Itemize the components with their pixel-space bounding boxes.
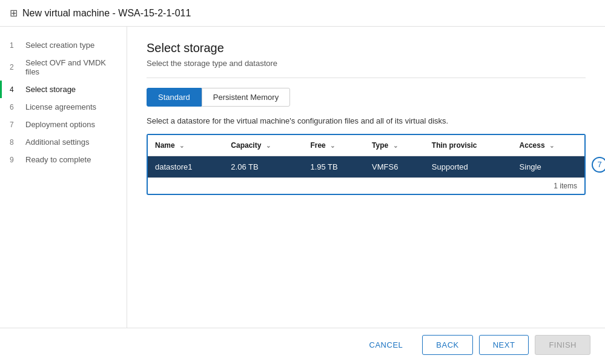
content-subtitle: Select the storage type and datastore	[147, 59, 586, 68]
step-num-4: 4	[10, 85, 21, 94]
col-thin[interactable]: Thin provisic	[425, 135, 512, 156]
footer: CANCEL BACK NEXT FINISH	[0, 328, 605, 362]
col-capacity[interactable]: Capacity ⌄	[223, 135, 303, 156]
sidebar-item-additional[interactable]: 8 Additional settings	[0, 133, 127, 151]
vm-icon: ⊞	[10, 7, 18, 19]
col-type[interactable]: Type ⌄	[365, 135, 425, 156]
tab-standard[interactable]: Standard	[147, 88, 202, 107]
header: ⊞ New virtual machine - WSA-15-2-1-011	[0, 0, 605, 27]
sort-icon-capacity: ⌄	[266, 142, 271, 149]
content-area: Select storage Select the storage type a…	[127, 27, 605, 328]
step-num-1: 1	[10, 41, 21, 50]
tab-persistent-memory[interactable]: Persistent Memory	[202, 88, 290, 107]
main-content: 1 Select creation type 2 Select OVF and …	[0, 27, 605, 328]
sort-icon-name: ⌄	[179, 142, 184, 149]
table-header-row: Name ⌄ Capacity ⌄ Free ⌄	[148, 135, 584, 156]
col-access[interactable]: Access ⌄	[512, 135, 584, 156]
table-footer: 1 items	[148, 177, 584, 194]
sidebar-item-label: License agreements	[25, 102, 96, 111]
divider	[147, 78, 586, 78]
sort-icon-type: ⌄	[393, 142, 398, 149]
finish-button: FINISH	[535, 335, 590, 355]
sidebar-item-label: Select creation type	[25, 41, 94, 50]
step-badge-7: 7	[592, 157, 605, 173]
sidebar-item-license[interactable]: 6 License agreements	[0, 98, 127, 116]
col-free[interactable]: Free ⌄	[303, 135, 365, 156]
table-row[interactable]: datastore1 2.06 TB 1.95 TB VMFS6 Support…	[148, 156, 584, 178]
sort-icon-free: ⌄	[330, 142, 335, 149]
content-title: Select storage	[147, 41, 586, 55]
datastore-table-container: Name ⌄ Capacity ⌄ Free ⌄	[147, 134, 586, 195]
datastore-description: Select a datastore for the virtual machi…	[147, 116, 586, 125]
cell-thin: Supported	[425, 156, 512, 178]
cell-type: VMFS6	[365, 156, 425, 178]
sidebar-item-deployment[interactable]: 7 Deployment options	[0, 116, 127, 133]
col-name[interactable]: Name ⌄	[148, 135, 223, 156]
sidebar-item-label: Select OVF and VMDK files	[25, 58, 117, 76]
sidebar-item-label: Select storage	[25, 85, 76, 94]
cell-name: datastore1	[148, 156, 223, 178]
sidebar-item-ovf[interactable]: 2 Select OVF and VMDK files	[0, 54, 127, 81]
sidebar-item-label: Ready to complete	[25, 155, 91, 164]
next-button[interactable]: NEXT	[479, 335, 529, 355]
sidebar-item-ready[interactable]: 9 Ready to complete	[0, 151, 127, 168]
step-num-2: 2	[10, 63, 21, 71]
sidebar-item-storage[interactable]: 4 Select storage	[0, 81, 127, 98]
cell-capacity: 2.06 TB	[223, 156, 303, 178]
step-num-9: 9	[10, 156, 21, 164]
cancel-button[interactable]: CANCEL	[356, 336, 417, 354]
back-button[interactable]: BACK	[422, 335, 472, 355]
sidebar: 1 Select creation type 2 Select OVF and …	[0, 27, 127, 328]
cell-access: Single	[512, 156, 584, 178]
step-num-6: 6	[10, 103, 21, 111]
page-title: New virtual machine - WSA-15-2-1-011	[22, 8, 191, 19]
step-num-8: 8	[10, 138, 21, 147]
datastore-table: Name ⌄ Capacity ⌄ Free ⌄	[148, 135, 584, 177]
sidebar-item-label: Deployment options	[25, 120, 95, 129]
sort-icon-access: ⌄	[549, 142, 554, 149]
sidebar-item-creation-type[interactable]: 1 Select creation type	[0, 36, 127, 54]
tab-bar: Standard Persistent Memory	[147, 88, 586, 107]
sidebar-item-label: Additional settings	[25, 137, 90, 147]
step-num-7: 7	[10, 121, 21, 129]
cell-free: 1.95 TB	[303, 156, 365, 178]
